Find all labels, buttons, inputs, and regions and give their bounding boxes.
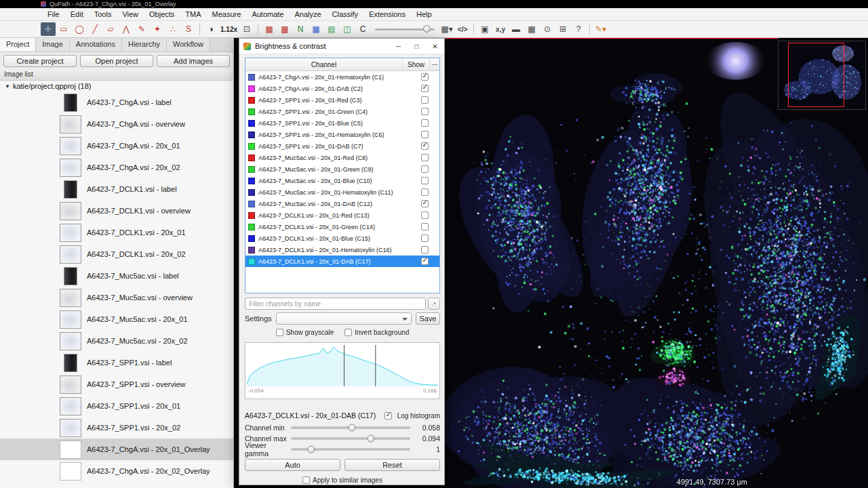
image-list-item[interactable]: A6423-7_ChgA.vsi - label [0, 92, 233, 113]
image-list-item[interactable]: A6423-7_Muc5ac.vsi - overview [0, 287, 233, 308]
channel-row[interactable]: A6423-7_DCLK1.vsi - 20x_01-Hematoxylin (… [245, 244, 439, 256]
channel-row[interactable]: A6423-7_ChgA.vsi - 20x_01-DAB (C2) [245, 83, 439, 94]
open-project-button[interactable]: Open project [80, 55, 153, 67]
channel-show-checkbox[interactable] [421, 258, 429, 265]
menu-item[interactable]: View [117, 10, 144, 18]
channel-show-checkbox[interactable] [421, 188, 429, 196]
image-list-item[interactable]: A6423-7_DCLK1.vsi - 20x_01 [0, 222, 233, 243]
brush-tool[interactable]: ✎ [134, 22, 149, 36]
show-grayscale-checkbox[interactable] [276, 329, 283, 336]
image-list-item[interactable]: A6423-7_SPP1.vsi - 20x_02 [0, 417, 233, 439]
show-overview-toggle[interactable]: ▣ [477, 22, 492, 36]
menu-item[interactable]: Edit [65, 10, 89, 18]
show-classification-toggle[interactable]: ◫ [340, 22, 355, 36]
image-list-item[interactable]: A6423-7_DCLK1.vsi - 20x_02 [0, 243, 233, 265]
slider-thumb[interactable] [367, 435, 374, 443]
channel-row[interactable]: A6423-7_SPP1.vsi - 20x_01-Red (C3) [245, 94, 439, 106]
panel-tab[interactable]: Annotations [70, 38, 122, 52]
menu-item[interactable]: Extensions [363, 10, 411, 18]
maximize-button[interactable]: □ [408, 39, 426, 54]
image-list-item[interactable]: A6423-7_DCLK1.vsi - overview [0, 200, 233, 222]
channel-row[interactable]: A6423-7_SPP1.vsi - 20x_01-DAB (C7) [245, 140, 439, 152]
apply-similar-checkbox[interactable] [302, 476, 310, 484]
image-list-item[interactable]: A6423-7_ChgA.vsi - 20x_01 [0, 135, 233, 157]
magnification-display[interactable]: 1.12x [219, 22, 239, 36]
menu-item[interactable]: Help [411, 10, 437, 18]
menu-item[interactable]: Automate [246, 10, 289, 18]
polygon-tool[interactable]: ▱ [103, 22, 118, 36]
slider-thumb[interactable] [348, 424, 355, 432]
channel-show-checkbox[interactable] [421, 131, 429, 138]
image-list-item[interactable]: A6423-7_ChgA.vsi - 20x_02_Overlay [0, 460, 233, 482]
channel-show-checkbox[interactable] [421, 211, 429, 219]
move-tool[interactable]: ✛ [41, 22, 56, 36]
channel-row[interactable]: A6423-7_SPP1.vsi - 20x_01-Green (C4) [245, 106, 439, 117]
panel-tab[interactable]: Workflow [167, 38, 210, 52]
save-settings-button[interactable]: Save [416, 312, 440, 325]
annotation-pin-dropdown[interactable]: ✎▾ [593, 22, 608, 36]
image-list-item[interactable]: A6423-7_SPP1.vsi - overview [0, 373, 233, 395]
channel-row[interactable]: A6423-7_Muc5ac.vsi - 20x_01-Blue (C10) [245, 175, 439, 186]
expand-arrow-icon[interactable]: ▼ [5, 83, 10, 89]
image-list-item[interactable]: A6423-7_Muc5ac.vsi - 20x_02 [0, 330, 233, 352]
table-menu-button[interactable]: — [429, 58, 439, 70]
auto-button[interactable]: Auto [245, 459, 340, 471]
opacity-slider-thumb[interactable] [423, 25, 431, 33]
image-list-item[interactable]: A6423-7_ChgA.vsi - 20x_01_Overlay [0, 439, 233, 460]
log-histogram-checkbox[interactable] [384, 412, 392, 420]
image-list-item[interactable]: A6423-7_Muc5ac.vsi - 20x_01 [0, 308, 233, 330]
channel-row[interactable]: A6423-7_Muc5ac.vsi - 20x_01-Hematoxylin … [245, 186, 439, 198]
opacity-slider[interactable] [375, 22, 435, 36]
ellipse-tool[interactable]: ◯ [72, 22, 87, 36]
panel-tab[interactable]: Hierarchy [122, 38, 167, 52]
channel-show-checkbox[interactable] [421, 142, 429, 150]
slider-track[interactable] [291, 426, 410, 429]
channel-show-checkbox[interactable] [421, 108, 429, 115]
show-grid-toggle[interactable]: ▦ [524, 22, 539, 36]
script-editor-button[interactable]: </> [455, 22, 470, 36]
rectangle-tool[interactable]: ▭ [56, 22, 71, 36]
show-location-toggle[interactable]: x,y [493, 22, 508, 36]
channel-row[interactable]: A6423-7_SPP1.vsi - 20x_01-Hematoxylin (C… [245, 129, 439, 140]
help-button[interactable]: ? [571, 22, 586, 36]
filter-channels-input[interactable] [245, 298, 426, 310]
settings-combo[interactable] [276, 312, 412, 325]
menu-item[interactable]: TMA [180, 10, 206, 18]
panel-tab[interactable]: Image [36, 38, 70, 52]
panel-tab[interactable]: Project [0, 38, 36, 52]
channel-row[interactable]: A6423-7_DCLK1.vsi - 20x_01-Red (C13) [245, 209, 439, 221]
create-project-button[interactable]: Create project [3, 55, 77, 67]
show-connections-toggle[interactable]: C [355, 22, 370, 36]
slider-track[interactable] [291, 437, 410, 440]
points-tool[interactable]: ∴ [165, 22, 180, 36]
polyline-tool[interactable]: ⋀ [119, 22, 134, 36]
channel-row[interactable]: A6423-7_ChgA.vsi - 20x_01-Hematoxylin (C… [245, 71, 439, 83]
show-tma-grid-toggle[interactable]: ▦ [262, 22, 277, 36]
channel-show-checkbox[interactable] [421, 165, 429, 173]
slider-thumb[interactable] [307, 446, 315, 453]
line-tool[interactable]: ╱ [87, 22, 102, 36]
menu-item[interactable]: Classify [327, 10, 364, 18]
overview-inset-canvas[interactable] [778, 41, 865, 109]
channel-row[interactable]: A6423-7_DCLK1.vsi - 20x_01-DAB (C17) [245, 256, 439, 267]
selection-mode-toggle[interactable]: S [181, 22, 196, 36]
overview-inset[interactable] [778, 41, 866, 110]
brightness-contrast-button[interactable]: ◑ [203, 22, 218, 36]
channel-show-checkbox[interactable] [421, 119, 429, 127]
show-names-toggle[interactable]: N [293, 22, 308, 36]
image-list-item[interactable]: A6423-7_SPP1.vsi - label [0, 352, 233, 373]
channel-column-header[interactable]: Channel [245, 61, 402, 68]
reset-button[interactable]: Reset [344, 459, 440, 471]
image-list-item[interactable]: A6423-7_SPP1.vsi - 20x_01 [0, 395, 233, 417]
channel-show-checkbox[interactable] [421, 85, 429, 92]
wand-tool[interactable]: ✦ [150, 22, 165, 36]
menu-item[interactable]: File [42, 10, 65, 18]
menu-item[interactable]: Analyze [289, 10, 326, 18]
channel-row[interactable]: A6423-7_DCLK1.vsi - 20x_01-Blue (C15) [245, 232, 439, 244]
regex-filter-button[interactable]: .* [428, 298, 440, 310]
image-list-item[interactable]: A6423-7_ChgA.vsi - overview [0, 113, 233, 135]
channel-show-checkbox[interactable] [421, 223, 429, 230]
channel-show-checkbox[interactable] [421, 200, 429, 207]
channel-row[interactable]: A6423-7_DCLK1.vsi - 20x_01-Green (C14) [245, 221, 439, 232]
grid-overlay-dropdown[interactable]: ▦▾ [439, 22, 454, 36]
